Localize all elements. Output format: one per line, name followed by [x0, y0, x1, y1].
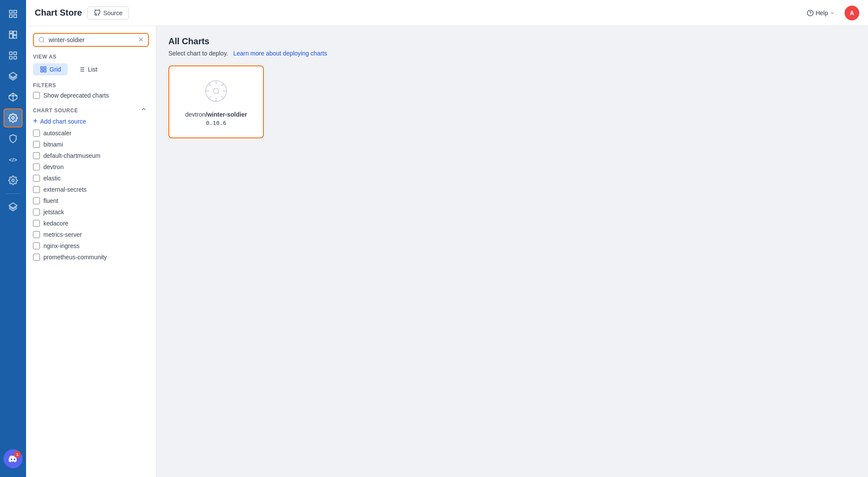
svg-point-16	[12, 117, 14, 119]
source-name-external-secrets: external-secrets	[43, 186, 87, 193]
help-label: Help	[815, 10, 828, 16]
add-chart-source-button[interactable]: + Add chart source	[33, 115, 86, 127]
source-item-kedacore: kedacore	[33, 218, 149, 229]
help-chevron-icon	[830, 10, 835, 16]
page-title: Chart Store	[35, 8, 82, 18]
svg-line-41	[221, 83, 224, 86]
source-item-fluent: fluent	[33, 195, 149, 206]
list-view-button[interactable]: List	[71, 63, 104, 75]
svg-rect-2	[10, 15, 12, 17]
source-name-jetstack: jetstack	[43, 209, 64, 216]
source-name-elastic: elastic	[43, 175, 61, 182]
source-checkbox-prometheus-community[interactable]	[33, 254, 40, 261]
source-checkbox-bitnami[interactable]	[33, 141, 40, 148]
sidebar-icon-grid[interactable]	[3, 46, 23, 65]
svg-line-39	[209, 83, 211, 86]
sidebar-icon-apps[interactable]	[3, 4, 23, 23]
deprecated-checkbox[interactable]	[33, 92, 40, 99]
help-button[interactable]: Help	[802, 7, 839, 19]
search-clear-icon[interactable]: ✕	[138, 36, 144, 43]
search-box[interactable]: ✕	[33, 33, 149, 47]
grid-view-button[interactable]: Grid	[33, 63, 68, 75]
help-icon	[807, 10, 814, 16]
chart-card-version: 0.10.6	[206, 120, 227, 126]
source-name-kedacore: kedacore	[43, 220, 69, 227]
source-checkbox-elastic[interactable]	[33, 175, 40, 182]
svg-rect-26	[44, 70, 46, 72]
source-checkbox-default-chartmuseum[interactable]	[33, 152, 40, 159]
source-btn-label: Source	[103, 10, 122, 16]
view-as-label: VIEW AS	[33, 54, 149, 60]
grid-label: Grid	[49, 66, 61, 73]
all-charts-subtitle: Select chart to deploy. Learn more about…	[168, 50, 856, 57]
source-item-metrics-server: metrics-server	[33, 229, 149, 240]
header: Chart Store Source Help A	[26, 0, 868, 26]
source-name-fluent: fluent	[43, 197, 58, 204]
source-item-bitnami: bitnami	[33, 139, 149, 150]
charts-grid: devtron/winter-soldier 0.10.6	[168, 65, 856, 138]
svg-line-40	[221, 96, 224, 98]
source-checkbox-nginx-ingress[interactable]	[33, 242, 40, 249]
svg-point-34	[214, 88, 219, 94]
plus-icon: +	[33, 117, 38, 126]
source-list: autoscaler bitnami default-chartmuseum d…	[33, 127, 149, 263]
view-as-buttons: Grid List	[33, 63, 149, 75]
notification-count: 1	[14, 451, 21, 458]
svg-rect-11	[14, 56, 16, 59]
source-checkbox-metrics-server[interactable]	[33, 231, 40, 238]
sidebar-icon-stack[interactable]	[3, 197, 23, 216]
source-item-devtron: devtron	[33, 161, 149, 173]
search-input[interactable]	[49, 36, 135, 43]
filters-label: FILTERS	[33, 82, 149, 88]
source-checkbox-fluent[interactable]	[33, 197, 40, 204]
sidebar-icon-code[interactable]: </>	[3, 150, 23, 169]
source-checkbox-kedacore[interactable]	[33, 220, 40, 227]
svg-rect-23	[41, 67, 43, 69]
right-panel: All Charts Select chart to deploy. Learn…	[156, 26, 868, 477]
svg-rect-7	[13, 36, 16, 38]
grid-icon	[40, 66, 47, 73]
source-checkbox-jetstack[interactable]	[33, 209, 40, 216]
sidebar-icon-config[interactable]	[3, 171, 23, 190]
source-name-default-chartmuseum: default-chartmuseum	[43, 152, 101, 159]
sidebar-icon-settings[interactable]	[3, 108, 23, 127]
view-as-section: VIEW AS Grid	[33, 54, 149, 75]
svg-rect-25	[41, 70, 43, 72]
main-area: Chart Store Source Help A	[26, 0, 868, 477]
chart-source-header: CHART SOURCE	[33, 106, 149, 115]
search-icon	[38, 36, 45, 43]
header-right: Help A	[802, 6, 859, 20]
source-icon	[94, 10, 101, 16]
svg-rect-1	[14, 10, 16, 13]
source-button[interactable]: Source	[87, 7, 129, 20]
svg-rect-0	[10, 10, 12, 13]
source-item-elastic: elastic	[33, 173, 149, 184]
sidebar-icon-dashboard[interactable]	[3, 25, 23, 44]
sidebar-icon-layers[interactable]	[3, 67, 23, 86]
avatar[interactable]: A	[845, 6, 859, 20]
source-checkbox-external-secrets[interactable]	[33, 186, 40, 193]
source-name-bitnami: bitnami	[43, 141, 63, 148]
source-item-nginx-ingress: nginx-ingress	[33, 240, 149, 252]
svg-line-22	[43, 41, 44, 42]
content: ✕ VIEW AS Grid	[26, 26, 868, 477]
sidebar-icon-cube[interactable]	[3, 88, 23, 107]
source-name-devtron: devtron	[43, 163, 64, 170]
notification-badge[interactable]: 1	[3, 449, 23, 468]
source-name-autoscaler: autoscaler	[43, 130, 72, 137]
chart-source-collapse-button[interactable]	[138, 106, 149, 115]
left-panel: ✕ VIEW AS Grid	[26, 26, 156, 477]
source-item-prometheus-community: prometheus-community	[33, 252, 149, 263]
all-charts-title: All Charts	[168, 36, 856, 46]
sidebar: </> 1	[0, 0, 26, 477]
sidebar-icon-shield[interactable]	[3, 129, 23, 148]
source-checkbox-autoscaler[interactable]	[33, 130, 40, 137]
source-checkbox-devtron[interactable]	[33, 163, 40, 170]
filters-section: FILTERS Show deprecated charts	[33, 82, 149, 99]
source-name-prometheus-community: prometheus-community	[43, 254, 107, 261]
subtitle-text: Select chart to deploy.	[168, 50, 228, 57]
chart-card-winter-soldier[interactable]: devtron/winter-soldier 0.10.6	[168, 65, 264, 138]
svg-point-17	[12, 179, 14, 182]
learn-more-link[interactable]: Learn more about deploying charts	[233, 50, 327, 57]
chart-card-icon	[203, 78, 229, 104]
